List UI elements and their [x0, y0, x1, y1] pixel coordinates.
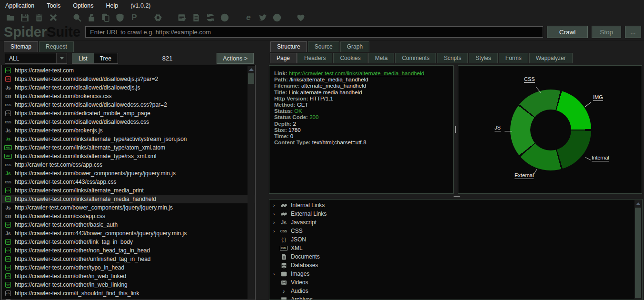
tree-item-archives[interactable]: Archives [269, 295, 642, 300]
scrollbar-thumb[interactable] [248, 73, 254, 84]
url-list-item[interactable]: </>https://crawler-test.com/other/unfini… [2, 255, 255, 263]
tree-item-javascript[interactable]: ›JsJavascript [269, 218, 642, 227]
expand-chevron-icon[interactable]: › [273, 203, 280, 208]
expand-chevron-icon[interactable]: › [273, 220, 280, 225]
url-list-item[interactable]: XMLhttps://crawler-test.com/links/altern… [2, 152, 255, 160]
heart-icon[interactable] [296, 13, 306, 22]
twitter-icon[interactable] [258, 13, 268, 22]
detail-link[interactable]: https://crawler-test.com/links/alternate… [289, 70, 424, 76]
tree-item-audios[interactable]: ♪Audios [269, 287, 642, 295]
actions-button[interactable]: Actions > [217, 53, 254, 64]
vertical-splitter[interactable] [454, 65, 458, 194]
url-list-scrollbar[interactable] [248, 66, 255, 299]
subtab-wappalyzer[interactable]: Wappalyzer [529, 53, 573, 63]
subtab-headers[interactable]: Headers [297, 53, 332, 63]
menu-item-help[interactable]: Help [106, 2, 118, 9]
url-list-item[interactable]: </>https://crawler-test.com/other/link_t… [2, 238, 255, 246]
subtab-comments[interactable]: Comments [395, 53, 436, 63]
url-list-item[interactable]: Jshttps://crawler-test.com/disallowed/di… [2, 83, 255, 92]
url-list-item[interactable]: </>https://crawler-test.com/links/altern… [2, 186, 255, 195]
url-list-item[interactable]: CSShttp://crawler-test.com/css/app.css [2, 160, 255, 169]
refresh-icon[interactable] [206, 13, 215, 22]
scrollbar-thumb[interactable] [635, 208, 641, 298]
tree-item-images[interactable]: ›Images [269, 270, 642, 278]
url-list-item[interactable]: </>https://crawler-test.com [2, 66, 255, 75]
menu-item-tools[interactable]: Tools [47, 2, 60, 9]
tree-view-button[interactable]: Tree [94, 53, 118, 63]
tree-scrollbar[interactable] [634, 200, 642, 299]
tree-item-documents[interactable]: Documents [269, 252, 642, 261]
filter-dropdown[interactable]: ALL [5, 53, 67, 64]
tree-item-videos[interactable]: Videos [269, 278, 642, 287]
js-gray-icon: Js [5, 205, 11, 211]
url-list-item[interactable]: Jshttps://crawler-test.com/links/alterna… [2, 135, 255, 143]
url-input[interactable] [85, 26, 543, 38]
url-list-item[interactable]: CSShttps://crawler-test.com/brokencss.cs… [2, 92, 255, 100]
url-list-item[interactable]: </>https://crawler-test.com/dedicated_mo… [2, 109, 255, 118]
info-icon[interactable] [220, 13, 229, 22]
url-list-item[interactable]: Jshttps://crawler-test.com/bower_compone… [2, 169, 255, 178]
github-icon[interactable] [272, 13, 282, 22]
subtab-meta[interactable]: Meta [368, 53, 395, 63]
url-list-item[interactable]: Jshttp://crawler-test.com/bower_componen… [2, 203, 255, 212]
search-icon[interactable] [72, 13, 82, 22]
tree-item-external-links[interactable]: ›External Links [269, 210, 642, 218]
document-icon[interactable] [191, 13, 201, 22]
explorer-icon[interactable]: e [244, 13, 253, 22]
url-list-item[interactable]: </>https://crawler-test.com/other/in_web… [2, 280, 255, 289]
expand-chevron-icon[interactable]: › [273, 211, 280, 217]
url-list-item[interactable]: </>https://crawler-test.com/it_should_fi… [2, 298, 255, 300]
horizontal-splitter[interactable] [269, 194, 643, 199]
scroll-up-icon[interactable] [248, 66, 255, 73]
expand-chevron-icon[interactable]: › [273, 229, 280, 234]
url-list-item[interactable]: </>https://crawler-test.com/other/non_he… [2, 246, 255, 255]
copy-icon[interactable] [101, 13, 110, 22]
tab-source[interactable]: Source [308, 41, 339, 52]
url-list-item[interactable]: Jshttps://crawler-test.com/brokenjs.js [2, 126, 255, 135]
save-icon[interactable] [20, 13, 30, 22]
url-list-item[interactable]: XMLhttps://crawler-test.com/links/altern… [2, 143, 255, 152]
close-icon[interactable] [49, 13, 58, 22]
url-list-item[interactable]: CSShttps://crawler-test.com/disallowed/d… [2, 100, 255, 109]
gear-icon[interactable] [153, 13, 163, 22]
proxy-p-icon[interactable]: P [129, 13, 139, 22]
subtab-page[interactable]: Page [270, 53, 297, 63]
url-list-item[interactable]: CSShttps://crawler-test.com/css/app.css [2, 212, 255, 220]
tab-structure[interactable]: Structure [270, 41, 307, 52]
subtab-cookies[interactable]: Cookies [333, 53, 367, 63]
menu-item-application[interactable]: Application [5, 2, 34, 9]
tab-sitemap[interactable]: Sitemap [4, 41, 38, 52]
menu-item-options[interactable]: Options [73, 2, 93, 9]
url-list-item[interactable]: </>https://crawler-test.com/disallowed/d… [2, 75, 255, 83]
crawl-button[interactable]: Crawl [547, 26, 588, 38]
chevron-down-icon[interactable] [56, 53, 67, 63]
notes-edit-icon[interactable] [177, 13, 187, 22]
tree-item-internal-links[interactable]: ›Internal Links [269, 201, 642, 210]
more-options-button[interactable]: ... [625, 26, 641, 38]
shield-icon[interactable] [115, 13, 125, 22]
url-list-item[interactable]: </>https://crawler-test.com/it_shouldnt_… [2, 289, 255, 298]
url-list-item[interactable]: </>https://crawler-test.com/links/altern… [2, 195, 255, 203]
tab-graph[interactable]: Graph [340, 41, 369, 52]
trash-icon[interactable] [34, 13, 44, 22]
tree-item-json[interactable]: {;}JSON [269, 235, 642, 244]
tree-item-xml[interactable]: XMLXML [269, 244, 642, 252]
tree-item-css[interactable]: ›CSSCSS [269, 227, 642, 235]
url-list-item[interactable]: </>https://crawler-test.com/other/in_web… [2, 272, 255, 280]
open-folder-icon[interactable] [6, 13, 15, 22]
subtab-scripts[interactable]: Scripts [437, 53, 468, 63]
url-list-item[interactable]: </>https://crawler-test.com/other/basic_… [2, 220, 255, 229]
list-view-button[interactable]: List [72, 53, 94, 63]
stop-button[interactable]: Stop [592, 26, 621, 38]
scroll-up-icon[interactable] [634, 200, 642, 207]
url-list-item[interactable]: Jshttps://crawler-test.com:443/bower_com… [2, 229, 255, 238]
unlock-icon[interactable] [87, 13, 96, 22]
expand-chevron-icon[interactable]: › [273, 271, 280, 277]
subtab-forms[interactable]: Forms [499, 53, 528, 63]
url-list-item[interactable]: CSShttps://crawler-test.com/disallowed/d… [2, 118, 255, 126]
tab-request[interactable]: Request [39, 41, 74, 52]
url-list-item[interactable]: </>https://crawler-test.com/other/typo_i… [2, 263, 255, 272]
url-list-item[interactable]: CSShttps://crawler-test.com:443/css/app.… [2, 178, 255, 186]
tree-item-databases[interactable]: Databases [269, 261, 642, 270]
subtab-styles[interactable]: Styles [469, 53, 498, 63]
